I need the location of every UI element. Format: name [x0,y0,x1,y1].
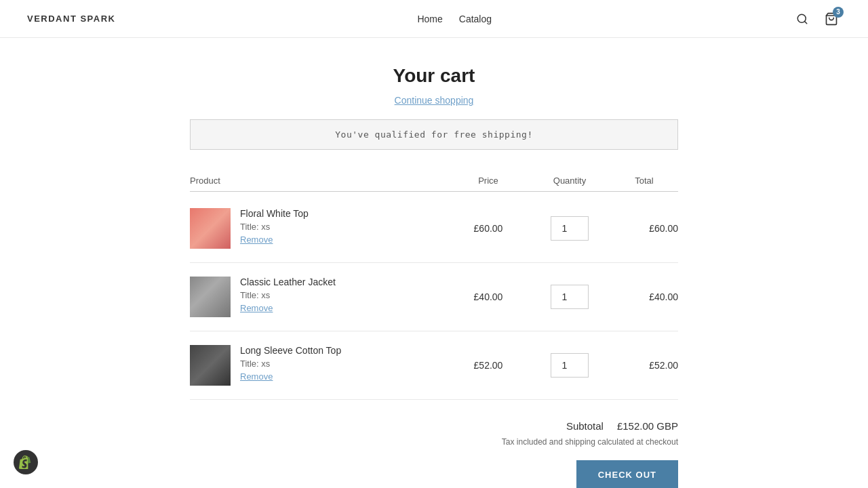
shopify-badge[interactable] [14,450,38,474]
cart-badge: 3 [833,7,844,18]
item-name: Classic Leather Jacket [240,277,336,287]
search-button[interactable] [793,10,811,28]
header-icons: 3 [793,9,841,28]
item-variant: Title: xs [240,222,309,232]
item-total: £52.00 [610,360,678,371]
checkout-button[interactable]: CHECK OUT [576,460,678,488]
shopify-icon [19,455,33,469]
item-price: £52.00 [448,360,529,371]
item-remove-button[interactable]: Remove [240,303,336,313]
item-details: Floral White Top Title: xs Remove [240,208,309,245]
col-header-product: Product [190,176,448,186]
item-variant: Title: xs [240,359,341,369]
subtotal-label: Subtotal [566,420,604,432]
item-qty [529,353,610,378]
site-header: VERDANT SPARK Home Catalog 3 [0,0,868,38]
item-price: £60.00 [448,223,529,234]
col-header-price: Price [448,176,529,186]
svg-line-1 [804,21,806,23]
item-total: £60.00 [610,223,678,234]
nav-home[interactable]: Home [417,14,442,24]
tax-note: Tax included and shipping calculated at … [190,437,678,447]
cart-items-list: Floral White Top Title: xs Remove £60.00… [190,195,678,400]
item-remove-button[interactable]: Remove [240,371,341,382]
continue-shopping-link[interactable]: Continue shopping [190,95,678,106]
item-price: £40.00 [448,291,529,302]
item-image [190,345,231,386]
subtotal-section: Subtotal £152.00 GBP Tax included and sh… [190,420,678,488]
free-shipping-banner: You've qualified for free shipping! [190,119,678,150]
item-qty-input[interactable] [551,285,589,309]
item-image [190,208,231,249]
item-info: Floral White Top Title: xs Remove [190,208,448,249]
search-icon [796,13,808,25]
item-remove-button[interactable]: Remove [240,235,309,245]
site-logo: VERDANT SPARK [27,14,116,24]
subtotal-row: Subtotal £152.00 GBP [190,420,678,432]
cart-title: Your cart [190,65,678,87]
item-info: Long Sleeve Cotton Top Title: xs Remove [190,345,448,386]
cart-page: Your cart Continue shopping You've quali… [176,38,692,488]
item-image [190,277,231,317]
item-info: Classic Leather Jacket Title: xs Remove [190,277,448,317]
item-name: Long Sleeve Cotton Top [240,345,341,356]
item-qty [529,285,610,309]
col-header-quantity: Quantity [529,176,610,186]
item-name: Floral White Top [240,208,309,219]
cart-item-row: Classic Leather Jacket Title: xs Remove … [190,263,678,331]
cart-button[interactable]: 3 [822,9,841,28]
item-qty [529,216,610,241]
item-details: Long Sleeve Cotton Top Title: xs Remove [240,345,341,382]
subtotal-value: £152.00 GBP [617,420,678,432]
item-qty-input[interactable] [551,216,589,241]
cart-table-header: Product Price Quantity Total [190,170,678,192]
cart-item-row: Floral White Top Title: xs Remove £60.00… [190,195,678,263]
item-total: £40.00 [610,291,678,302]
item-details: Classic Leather Jacket Title: xs Remove [240,277,336,313]
nav-catalog[interactable]: Catalog [459,14,492,24]
cart-item-row: Long Sleeve Cotton Top Title: xs Remove … [190,331,678,400]
main-nav: Home Catalog [417,14,492,24]
item-variant: Title: xs [240,290,336,300]
item-qty-input[interactable] [551,353,589,378]
col-header-total: Total [610,176,678,186]
